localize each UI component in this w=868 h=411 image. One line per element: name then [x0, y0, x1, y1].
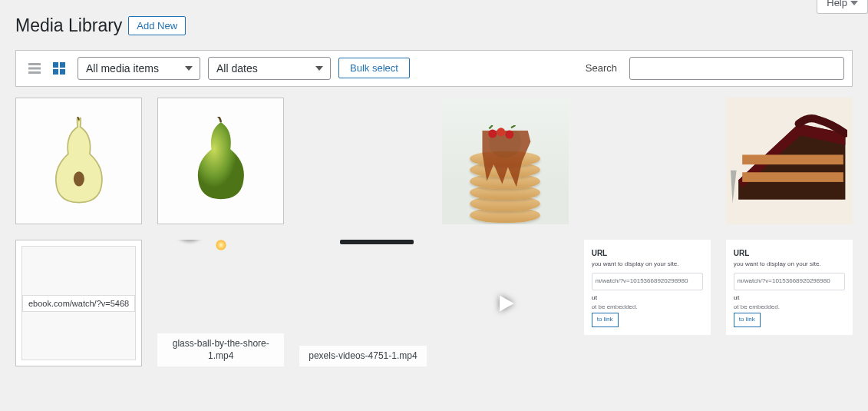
thumbnail: URL you want to display on your site. m/… — [584, 240, 711, 335]
caret-down-icon — [850, 0, 858, 7]
svg-rect-18 — [743, 155, 844, 165]
pancakes-icon — [460, 131, 550, 224]
url-card-sample: m/watch/?v=10153668920298980 — [734, 273, 845, 290]
media-grid: ebook.com/watch/?v=5468 glass-ball-by-th… — [15, 98, 853, 382]
svg-rect-1 — [28, 67, 41, 69]
thumbnail — [158, 98, 283, 224]
svg-rect-2 — [28, 71, 41, 74]
url-card-sample: m/watch/?v=10153668920298980 — [592, 273, 703, 290]
search-label: Search — [586, 62, 617, 74]
media-item-pear-cut[interactable] — [15, 98, 142, 224]
thumbnail — [442, 98, 569, 224]
view-switch — [24, 58, 70, 79]
url-card-btn: to link — [734, 313, 761, 327]
url-card-sub: you want to display on your site. — [592, 260, 703, 270]
url-card-err2: ot be embedded. — [592, 303, 703, 313]
pear-whole-icon — [186, 117, 256, 204]
svg-rect-17 — [743, 173, 844, 183]
date-select[interactable]: All dates — [208, 57, 331, 80]
svg-point-16 — [505, 130, 513, 138]
filter-bar: All media items All dates Bulk select Se… — [15, 50, 853, 87]
media-item-gingerbread[interactable] — [299, 98, 426, 224]
media-item-pear-whole[interactable] — [157, 98, 284, 224]
url-card-heading: URL — [592, 247, 703, 260]
media-item-sunset-video[interactable]: glass-ball-by-the-shore-1.mp4 — [157, 240, 284, 366]
url-card-btn: to link — [592, 313, 619, 327]
list-view-icon — [27, 61, 42, 76]
url-card-err2: ot be embedded. — [734, 303, 845, 313]
svg-rect-5 — [53, 69, 58, 75]
grid-view-button[interactable] — [48, 58, 70, 79]
url-card-sub: you want to display on your site. — [734, 260, 845, 270]
svg-rect-6 — [60, 69, 65, 75]
pear-cut-icon — [45, 117, 114, 204]
thumbnail: ebook.com/watch/?v=5468 — [22, 247, 135, 360]
cake-icon — [731, 110, 847, 211]
add-new-button[interactable]: Add New — [128, 16, 186, 35]
search-input[interactable] — [629, 57, 844, 80]
svg-point-14 — [488, 129, 497, 138]
svg-rect-0 — [28, 63, 41, 65]
thumbnail — [726, 98, 853, 224]
bulk-select-button[interactable]: Bulk select — [338, 58, 410, 78]
media-item-pancakes[interactable] — [442, 98, 569, 224]
url-card-err1: ut — [592, 293, 703, 303]
svg-point-7 — [74, 172, 84, 187]
svg-rect-3 — [53, 62, 58, 68]
url-card-heading: URL — [734, 247, 845, 260]
svg-point-15 — [497, 128, 505, 136]
media-item-url-embed-1[interactable]: URL you want to display on your site. m/… — [584, 240, 711, 366]
thumbnail: URL you want to display on your site. m/… — [726, 240, 853, 335]
media-caption: glass-ball-by-the-shore-1.mp4 — [157, 333, 284, 366]
media-item-cake[interactable] — [726, 98, 853, 224]
page-title: Media Library — [15, 8, 122, 41]
media-item-url-embed-2[interactable]: URL you want to display on your site. m/… — [726, 240, 853, 366]
thumbnail — [16, 98, 141, 224]
url-card-err1: ut — [734, 293, 845, 303]
media-item-coffee[interactable]: Write caption... — [442, 240, 569, 366]
media-type-select[interactable]: All media items — [78, 57, 200, 80]
url-text: ebook.com/watch/?v=5468 — [22, 295, 135, 312]
media-item-fb-url[interactable]: ebook.com/watch/?v=5468 — [15, 240, 142, 366]
grid-view-icon — [51, 61, 67, 76]
play-icon — [491, 290, 519, 317]
media-item-donuts[interactable] — [584, 98, 711, 224]
media-caption: pexels-videos-4751-1.mp4 — [299, 346, 426, 367]
list-view-button[interactable] — [24, 58, 45, 79]
svg-rect-4 — [60, 62, 65, 68]
media-item-monitor-video[interactable]: pexels-videos-4751-1.mp4 — [299, 240, 426, 366]
